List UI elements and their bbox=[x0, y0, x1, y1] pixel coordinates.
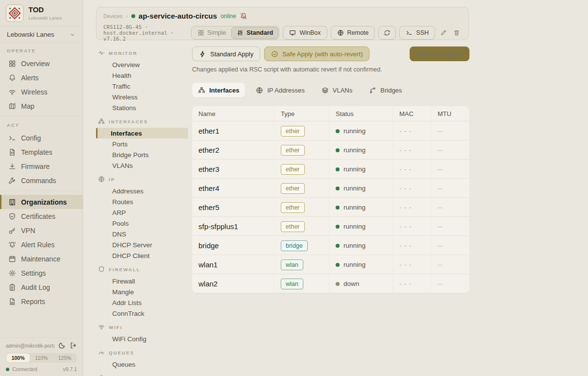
sidebar-item[interactable]: Alerts bbox=[0, 70, 83, 85]
safe-apply-button[interactable]: Safe Apply (with auto-revert) bbox=[264, 47, 369, 61]
mac-value: - - - bbox=[399, 261, 412, 268]
view-mode-standard[interactable]: Standard bbox=[231, 27, 278, 39]
mac-value: - - - bbox=[399, 242, 412, 249]
sidebar-item[interactable]: Maintenance bbox=[0, 252, 83, 266]
sidebar-item[interactable]: Reports bbox=[0, 294, 83, 308]
snav-item[interactable]: Addresses bbox=[96, 186, 188, 196]
ui-zoom-control: 100% 110% 125% bbox=[6, 353, 77, 363]
sidebar-item[interactable]: Overview bbox=[0, 56, 83, 70]
snav-item[interactable]: Bridge Ports bbox=[96, 149, 188, 160]
view-mode-simple[interactable]: Simple bbox=[192, 27, 231, 39]
hierarchy-icon bbox=[198, 87, 205, 94]
tab[interactable]: Interfaces bbox=[192, 83, 245, 97]
zoom-option[interactable]: 100% bbox=[6, 353, 30, 362]
sidebar-item[interactable]: Templates bbox=[0, 145, 83, 159]
ether5[interactable]: ether5 ether running - - - -- bbox=[192, 198, 469, 217]
snav-item[interactable]: WiFi Config bbox=[96, 333, 188, 344]
file-code-icon bbox=[8, 148, 16, 156]
snav-item[interactable]: DHCP Server bbox=[96, 239, 188, 250]
status-dot bbox=[336, 244, 340, 248]
bell-off-icon[interactable] bbox=[240, 12, 247, 20]
status-label: running bbox=[343, 146, 366, 154]
snav-item[interactable]: Firewall bbox=[96, 276, 188, 286]
snav-item[interactable]: Wireless bbox=[96, 92, 188, 102]
snav-item[interactable]: DNS bbox=[96, 229, 188, 239]
activity-icon bbox=[98, 49, 105, 56]
sidebar-item[interactable]: Settings bbox=[0, 266, 83, 280]
sidebar-item[interactable]: Audit Log bbox=[0, 280, 83, 294]
status-label: running bbox=[343, 261, 366, 268]
wlan1[interactable]: wlan1 wlan running - - - -- bbox=[192, 255, 469, 274]
ssh-button[interactable]: SSH bbox=[399, 26, 435, 40]
wlan2[interactable]: wlan2 wlan down - - - -- bbox=[192, 274, 469, 293]
snav-item[interactable]: Routes bbox=[96, 196, 188, 207]
mtu-value: -- bbox=[438, 261, 443, 268]
type-badge: wlan bbox=[281, 279, 303, 289]
tab[interactable]: Bridges bbox=[363, 83, 408, 97]
key-icon bbox=[8, 227, 16, 235]
sidebar-item[interactable]: Wireless bbox=[0, 85, 83, 99]
snav-item[interactable]: VLANs bbox=[96, 160, 188, 171]
snav-item[interactable]: Interfaces bbox=[96, 128, 188, 139]
org-selector[interactable]: Lebowski Lanes bbox=[0, 26, 83, 43]
mtu-value: -- bbox=[438, 280, 443, 287]
wifi-icon bbox=[98, 324, 105, 330]
status-dot bbox=[336, 282, 340, 286]
snav-item[interactable]: Queues bbox=[96, 359, 188, 370]
refresh-button[interactable] bbox=[378, 26, 396, 40]
ether2[interactable]: ether2 ether running - - - -- bbox=[192, 141, 469, 160]
col-header-name: Name bbox=[192, 106, 274, 121]
snav-item[interactable]: Traffic bbox=[96, 81, 188, 92]
sidebar-item[interactable]: Commands bbox=[0, 173, 83, 188]
ether4[interactable]: ether4 ether running - - - -- bbox=[192, 179, 469, 198]
main-content: Standard Apply Safe Apply (with auto-rev… bbox=[192, 47, 469, 293]
type-badge: ether bbox=[281, 145, 305, 156]
connection-status: Connected bbox=[12, 366, 37, 372]
device-actions: Simple Standard WinBox Remote bbox=[191, 26, 462, 40]
snav-item[interactable]: ConnTrack bbox=[96, 308, 188, 319]
col-header-type: Type bbox=[274, 106, 329, 121]
mac-value: - - - bbox=[399, 223, 412, 230]
zoom-option[interactable]: 110% bbox=[30, 353, 53, 362]
zoom-option[interactable]: 125% bbox=[53, 353, 76, 362]
tab[interactable]: IP Addresses bbox=[250, 83, 310, 97]
snav-item[interactable]: Stations bbox=[96, 102, 188, 113]
ether1[interactable]: ether1 ether running - - - -- bbox=[192, 121, 469, 141]
sidebar-item[interactable]: Config bbox=[0, 131, 83, 145]
sidebar-item[interactable]: VPN bbox=[0, 223, 83, 237]
review-apply-button[interactable]: Review & Apply bbox=[410, 47, 469, 61]
sidebar-item[interactable]: Map bbox=[0, 99, 83, 113]
snav-item[interactable]: Overview bbox=[96, 59, 188, 70]
delete-device-button[interactable] bbox=[452, 26, 462, 40]
snav-section-header: INTERFACES bbox=[96, 115, 188, 128]
sfp-sfpplus1[interactable]: sfp-sfpplus1 ether running - - - -- bbox=[192, 217, 469, 236]
snav-item[interactable]: Mangle bbox=[96, 286, 188, 297]
sidebar-item[interactable]: Certificates bbox=[0, 209, 83, 223]
remote-button[interactable]: Remote bbox=[331, 26, 375, 40]
sidebar-item[interactable]: Alert Rules bbox=[0, 237, 83, 252]
breadcrumb[interactable]: Devices bbox=[103, 13, 122, 19]
edit-device-button[interactable] bbox=[439, 26, 448, 40]
tab[interactable]: VLANs bbox=[316, 83, 358, 97]
moon-icon[interactable] bbox=[58, 342, 66, 349]
calendar-icon bbox=[8, 255, 16, 263]
shield-icon bbox=[98, 266, 105, 273]
snav-item[interactable]: DHCP Client bbox=[96, 250, 188, 261]
ether3[interactable]: ether3 ether running - - - -- bbox=[192, 160, 469, 179]
bridge[interactable]: bridge bridge running - - - -- bbox=[192, 236, 469, 255]
mtu-value: -- bbox=[438, 223, 443, 230]
snav-item[interactable]: Health bbox=[96, 70, 188, 81]
type-badge: ether bbox=[281, 164, 305, 175]
snav-section-header: MONITOR bbox=[96, 47, 188, 59]
snav-item[interactable]: ARP bbox=[96, 207, 188, 218]
device-secondary-nav: MONITOR OverviewHealthTrafficWirelessSta… bbox=[96, 47, 188, 376]
nav-section-label: OPERATE bbox=[0, 46, 83, 56]
sidebar-item[interactable]: Firmware bbox=[0, 159, 83, 173]
winbox-button[interactable]: WinBox bbox=[283, 26, 327, 40]
snav-item[interactable]: Ports bbox=[96, 139, 188, 149]
snav-item[interactable]: Addr Lists bbox=[96, 297, 188, 308]
snav-item[interactable]: Pools bbox=[96, 218, 188, 229]
standard-apply-button[interactable]: Standard Apply bbox=[192, 47, 260, 61]
sidebar-item[interactable]: Organizations bbox=[0, 195, 83, 209]
logout-icon[interactable] bbox=[70, 342, 77, 349]
